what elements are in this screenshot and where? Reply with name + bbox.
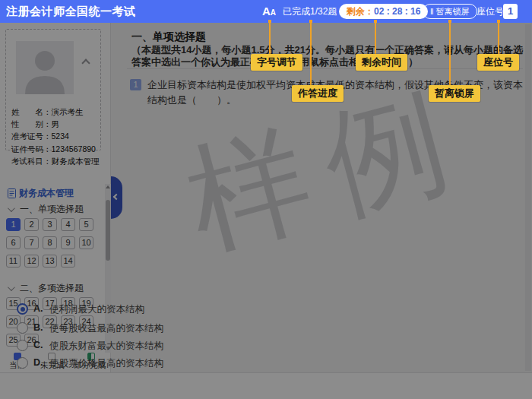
annotation-dot <box>268 20 271 23</box>
font-size-icon: A <box>262 5 271 17</box>
annotation-line <box>375 23 376 55</box>
annotation-line <box>449 23 451 86</box>
annotation-line <box>310 23 312 86</box>
seat-number-value: 1 <box>503 4 518 19</box>
annotation-dot <box>374 20 377 23</box>
remaining-value: 02 : 28 : 16 <box>374 6 420 17</box>
annotation-label: 剩余时间 <box>356 54 407 71</box>
annotation-label: 作答进度 <box>292 85 344 102</box>
remaining-label: 剩余： <box>347 5 374 18</box>
annotation-dot <box>448 20 451 23</box>
pause-icon: ‖ <box>430 7 434 16</box>
exam-title: 注册会计师全国统一考试 <box>6 0 136 23</box>
annotation-line <box>498 23 499 55</box>
lock-screen-button[interactable]: ‖暂离锁屏 <box>423 4 477 19</box>
top-bar: 注册会计师全国统一考试 AA 已完成1/32题 剩余：02 : 28 : 16 … <box>0 0 532 23</box>
annotation-label: 暂离锁屏 <box>429 85 480 102</box>
annotation-dot <box>309 20 312 23</box>
tutorial-dim-overlay <box>0 23 532 399</box>
annotation-line <box>269 23 271 55</box>
annotation-dot <box>497 20 500 23</box>
annotation-label: 字号调节 <box>251 54 302 71</box>
annotation-label: 座位号 <box>477 54 519 71</box>
remaining-time-pill: 剩余：02 : 28 : 16 <box>339 4 428 19</box>
